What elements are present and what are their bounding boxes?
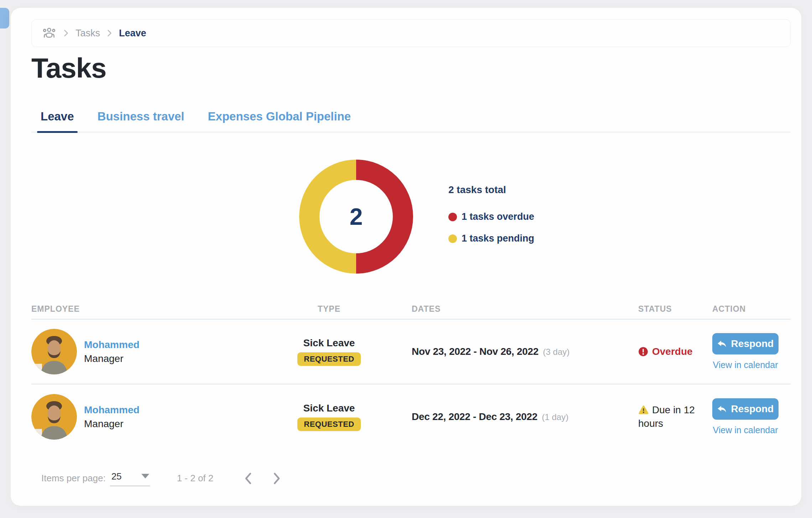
next-page-button[interactable] bbox=[273, 472, 281, 485]
tab-leave[interactable]: Leave bbox=[40, 108, 75, 132]
tasks-donut: 2 bbox=[299, 160, 413, 274]
warning-triangle-icon bbox=[638, 405, 649, 415]
action-cell: Respond View in calendar bbox=[705, 398, 791, 435]
items-per-page-select[interactable]: 25 bbox=[110, 470, 150, 486]
type-cell: Sick Leave REQUESTED bbox=[286, 337, 372, 366]
legend-item-pending: 1 tasks pending bbox=[448, 233, 534, 244]
breadcrumb: Tasks Leave bbox=[31, 19, 791, 47]
breadcrumb-item-leave: Leave bbox=[119, 28, 146, 39]
tab-bar: Leave Business travel Expenses Global Pi… bbox=[31, 108, 791, 133]
action-cell: Respond View in calendar bbox=[705, 333, 791, 370]
status-label: Overdue bbox=[652, 346, 693, 357]
view-in-calendar-link[interactable]: View in calendar bbox=[710, 360, 781, 370]
type-cell: Sick Leave REQUESTED bbox=[286, 403, 372, 431]
respond-label: Respond bbox=[731, 338, 774, 349]
page-title: Tasks bbox=[31, 52, 106, 84]
avatar[interactable] bbox=[31, 394, 77, 440]
table-header-row: EMPLOYEE TYPE DATES STATUS ACTION bbox=[31, 304, 791, 320]
chart-legend: 2 tasks total 1 tasks overdue 1 tasks pe… bbox=[448, 184, 534, 255]
chevron-right-icon bbox=[107, 29, 112, 37]
legend-title: 2 tasks total bbox=[448, 184, 534, 196]
status-cell: Overdue bbox=[598, 346, 705, 357]
legend-item-overdue: 1 tasks overdue bbox=[448, 211, 534, 222]
date-range: Nov 23, 2022 - Nov 26, 2022 bbox=[412, 346, 538, 357]
legend-dot bbox=[448, 213, 457, 221]
date-range: Dec 22, 2022 - Dec 23, 2022 bbox=[412, 411, 537, 422]
table-row: Mohammed Manager Sick Leave REQUESTED De… bbox=[31, 384, 791, 449]
col-header-action: ACTION bbox=[712, 304, 791, 314]
legend-dot bbox=[448, 234, 457, 243]
prev-page-button[interactable] bbox=[244, 472, 252, 485]
reply-icon bbox=[717, 405, 727, 413]
alert-circle-icon bbox=[638, 347, 648, 357]
tab-expenses-global-pipeline[interactable]: Expenses Global Pipeline bbox=[207, 108, 352, 132]
avatar[interactable] bbox=[31, 329, 77, 374]
tab-business-travel[interactable]: Business travel bbox=[97, 108, 185, 132]
col-header-dates: DATES bbox=[412, 304, 441, 314]
col-header-status: STATUS bbox=[638, 304, 672, 314]
status-overdue: Overdue bbox=[638, 346, 705, 357]
requested-badge: REQUESTED bbox=[297, 352, 360, 366]
requested-badge: REQUESTED bbox=[297, 418, 360, 431]
page-range: 1 - 2 of 2 bbox=[177, 473, 214, 484]
employee-cell: Mohammed Manager bbox=[31, 329, 286, 374]
dates-cell: Nov 23, 2022 - Nov 26, 2022 (3 day) bbox=[372, 346, 598, 357]
view-in-calendar-link[interactable]: View in calendar bbox=[710, 425, 781, 435]
employee-cell: Mohammed Manager bbox=[31, 394, 286, 440]
status-cell: Due in 12 hours bbox=[598, 403, 705, 430]
main-card: Tasks Leave Tasks Leave Business travel … bbox=[11, 8, 801, 506]
respond-label: Respond bbox=[731, 403, 774, 415]
employee-role: Manager bbox=[84, 353, 140, 364]
leave-type: Sick Leave bbox=[303, 337, 355, 349]
employee-role: Manager bbox=[84, 418, 140, 430]
breadcrumb-item-tasks[interactable]: Tasks bbox=[76, 28, 100, 39]
leave-type: Sick Leave bbox=[303, 403, 355, 414]
items-per-page-label: Items per page: bbox=[41, 473, 106, 484]
employee-name-link[interactable]: Mohammed bbox=[84, 339, 140, 351]
page-nav bbox=[244, 472, 281, 485]
respond-button[interactable]: Respond bbox=[712, 333, 779, 354]
chevron-right-icon bbox=[64, 29, 68, 37]
tasks-total-count: 2 bbox=[350, 203, 363, 230]
table-row: Mohammed Manager Sick Leave REQUESTED No… bbox=[31, 320, 791, 384]
tasks-table: EMPLOYEE TYPE DATES STATUS ACTION bbox=[31, 304, 791, 449]
team-icon[interactable] bbox=[42, 27, 57, 39]
pagination: Items per page: 25 1 - 2 of 2 bbox=[31, 470, 281, 486]
tasks-donut-center: 2 bbox=[319, 180, 393, 253]
col-header-type: TYPE bbox=[318, 304, 340, 314]
status-due-soon: Due in 12 hours bbox=[638, 403, 709, 430]
legend-label: 1 tasks overdue bbox=[462, 211, 534, 222]
col-header-employee: EMPLOYEE bbox=[31, 304, 80, 314]
employee-name-link[interactable]: Mohammed bbox=[84, 404, 140, 416]
dates-cell: Dec 22, 2022 - Dec 23, 2022 (1 day) bbox=[372, 411, 598, 423]
respond-button[interactable]: Respond bbox=[712, 398, 779, 420]
chevron-left-icon bbox=[244, 472, 252, 485]
date-duration: (3 day) bbox=[543, 347, 570, 357]
legend-label: 1 tasks pending bbox=[462, 233, 534, 244]
sidebar-handle[interactable] bbox=[0, 8, 9, 29]
caret-down-icon bbox=[141, 474, 149, 478]
date-duration: (1 day) bbox=[542, 412, 569, 422]
reply-icon bbox=[717, 340, 727, 348]
chevron-right-icon bbox=[273, 472, 281, 485]
items-per-page-value: 25 bbox=[111, 471, 122, 482]
